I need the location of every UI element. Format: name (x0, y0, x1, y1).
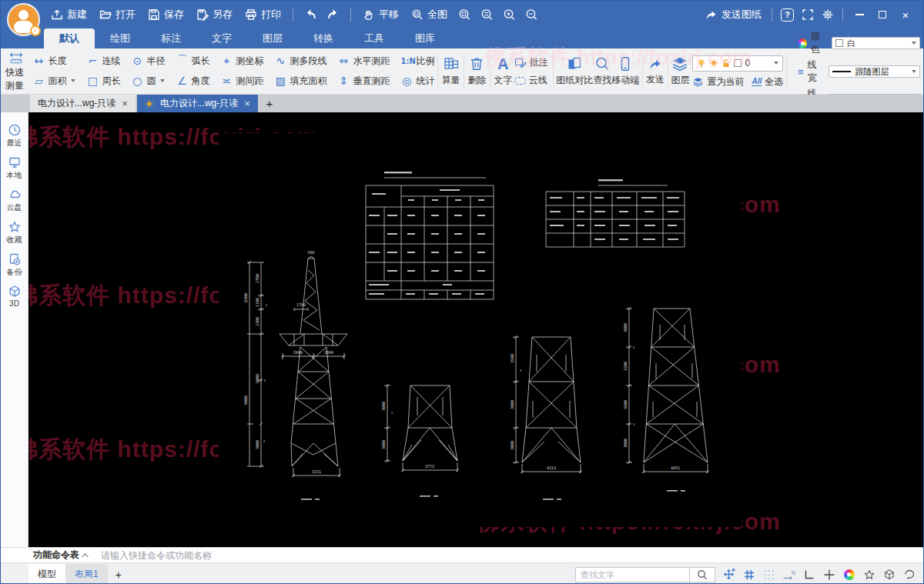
find-button[interactable]: 查找 (593, 51, 611, 92)
layers-button[interactable]: 图层 (671, 51, 689, 92)
tab-library[interactable]: 图库 (400, 28, 450, 48)
redo-button[interactable] (323, 5, 344, 24)
select-all-button[interactable]: All 全选 (752, 75, 783, 88)
sidebar-item-3d[interactable]: 3D (8, 285, 22, 308)
document-tab-2[interactable]: 电力设计...wg-只读 × (137, 95, 258, 112)
add-layout-button[interactable]: + (108, 569, 129, 581)
send-sheet-label: 发送图纸 (721, 8, 762, 22)
send-button[interactable]: 发送 (646, 51, 665, 92)
open-button[interactable]: 打开 (94, 5, 141, 25)
color-select[interactable]: 白 (832, 37, 920, 49)
tab-tools[interactable]: 工具 (349, 28, 400, 48)
zoom-in-icon (503, 8, 516, 22)
pan-button[interactable]: 平移 (357, 5, 404, 25)
favorite-button[interactable] (862, 568, 875, 581)
continuous-tool[interactable]: ⌐连续 (86, 55, 120, 68)
tab-layer[interactable]: 图层 (247, 28, 298, 48)
settings-button[interactable] (818, 5, 838, 24)
new-label: 新建 (67, 8, 87, 22)
delete-button[interactable]: 删除 (467, 51, 487, 92)
zoom-window-button[interactable] (454, 5, 475, 25)
fit-view-button[interactable]: 全图 (406, 5, 453, 25)
maximize-button[interactable] (871, 1, 894, 28)
new-tab-button[interactable]: + (259, 95, 280, 112)
find-text-button[interactable] (689, 567, 715, 582)
dim-label: 3000 (255, 440, 259, 449)
user-avatar[interactable]: ✓ (7, 3, 40, 36)
zoom-out-button[interactable] (521, 5, 542, 25)
view-cube-button[interactable] (882, 568, 896, 581)
sidebar-item-recent[interactable]: 最近 (7, 123, 22, 149)
print-button[interactable]: 打印 (239, 5, 286, 25)
linewidth-select[interactable]: 跟随图层 (829, 65, 920, 78)
perimeter-tool[interactable]: □周长 (86, 75, 120, 88)
tab-dimension[interactable]: 标注 (146, 28, 196, 48)
revision-cloud-button[interactable]: 云线 (514, 74, 548, 87)
sidebar-item-cloud[interactable]: 云盘 (7, 188, 22, 213)
background-color-button[interactable] (842, 568, 855, 581)
command-input[interactable] (101, 550, 923, 561)
measure-polyline-tool[interactable]: ∿测多段线 (274, 55, 326, 68)
minimize-button[interactable] (848, 1, 871, 28)
current-layer-value: 0 (745, 58, 769, 68)
compare-button[interactable]: 图纸对比 (556, 51, 593, 92)
area-tool[interactable]: ▱面积 (32, 75, 75, 88)
set-current-layer-button[interactable]: 置为当前 (692, 75, 744, 88)
lasso-select-button[interactable] (902, 568, 916, 581)
tab-draw[interactable]: 绘图 (95, 28, 146, 48)
tab-default[interactable]: 默认 (44, 28, 95, 48)
close-tab-icon[interactable]: × (244, 98, 250, 109)
layout-tab[interactable]: 布局1 (65, 564, 108, 584)
open-folder-icon (99, 8, 112, 21)
scale-tool[interactable]: 1:N比例 (400, 55, 434, 68)
close-button[interactable]: × (894, 1, 917, 28)
save-as-button[interactable]: 另存 (191, 5, 238, 25)
ortho-toggle[interactable] (802, 568, 815, 581)
dynamic-input-toggle[interactable] (722, 568, 735, 581)
tab-convert[interactable]: 转换 (298, 28, 349, 48)
polar-tracking-toggle[interactable]: N (782, 568, 795, 581)
calculate-button[interactable]: 算量 (441, 51, 460, 92)
tab-text[interactable]: 文字 (196, 28, 247, 48)
zoom-in-button[interactable] (499, 5, 520, 25)
snap-grid-toggle[interactable] (762, 568, 775, 581)
measure-coord-tool[interactable]: ⌖测坐标 (220, 55, 263, 68)
new-button[interactable]: 新建 (45, 5, 92, 25)
text-button[interactable]: A 文字 (494, 51, 513, 92)
length-tool[interactable]: ↔长度 (32, 55, 75, 68)
grid-toggle[interactable] (742, 568, 755, 581)
radius-tool[interactable]: ⊙半径 (131, 55, 165, 68)
send-sheet-button[interactable]: 发送图纸 (699, 5, 767, 25)
find-text-input[interactable] (575, 567, 689, 582)
measure-spacing-tool[interactable]: ≍测间距 (220, 75, 263, 88)
zoom-dynamic-button[interactable] (477, 5, 497, 25)
command-table-toggle[interactable]: 功能命令表 (33, 549, 89, 562)
mobile-button[interactable]: 移动端 (611, 51, 639, 92)
sidebar-label: 本地 (7, 170, 22, 181)
save-button[interactable]: 保存 (142, 5, 189, 25)
vertical-distance-tool[interactable]: ⇕垂直测距 (337, 75, 390, 88)
zoom-window-icon (458, 8, 471, 22)
horizontal-distance-tool[interactable]: ⇔水平测距 (337, 55, 390, 68)
crosshair-toggle[interactable] (822, 568, 835, 581)
angle-tool[interactable]: ∠角度 (176, 75, 209, 88)
model-tab[interactable]: 模型 (28, 564, 65, 584)
fullscreen-button[interactable] (798, 5, 818, 24)
sidebar-item-favorites[interactable]: 收藏 (7, 220, 22, 245)
help-button[interactable]: ? (777, 5, 798, 25)
circle-tool[interactable]: ○圆 (131, 75, 165, 88)
sidebar-item-backup[interactable]: 备份 (7, 252, 22, 278)
separator (437, 53, 438, 90)
close-tab-icon[interactable]: × (122, 98, 128, 109)
quick-measure-button[interactable]: 快速测量 (5, 51, 26, 92)
statistics-tool[interactable]: ◎统计 (400, 75, 434, 88)
current-layer-select[interactable]: 0 (692, 55, 783, 72)
arc-length-tool[interactable]: ⌒弧长 (176, 54, 209, 68)
fill-area-tool[interactable]: ▨填充面积 (274, 75, 326, 88)
document-tab-1[interactable]: 电力设计...wg-只读 × (30, 95, 136, 112)
search-icon (594, 56, 610, 72)
sidebar-item-local[interactable]: 本地 (7, 155, 22, 181)
drawing-canvas[interactable]: 佛系软件 https://foxirj.com 佛系软件 https://fox… (28, 112, 924, 547)
undo-button[interactable] (300, 5, 321, 24)
annotate-button[interactable]: 批注 (514, 56, 548, 69)
